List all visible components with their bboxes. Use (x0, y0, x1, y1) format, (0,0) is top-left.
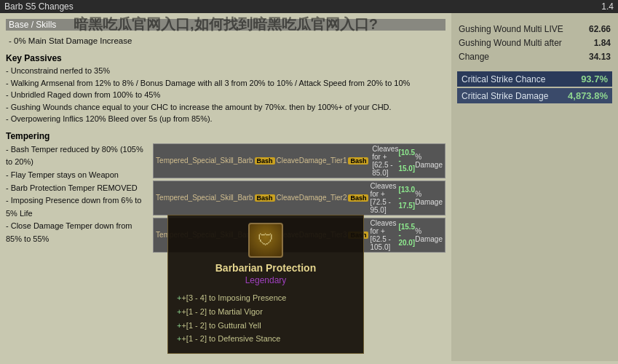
item-stat-3-text: +[1 - 2] to Defensive Stance (181, 334, 280, 343)
item-icon: 🛡 (248, 223, 283, 258)
temper-highlight-0: [10.5 - 15.0] (398, 149, 415, 173)
crit-chance-label: Critical Strike Chance (461, 74, 545, 84)
item-name: Barbarian Protection (177, 262, 354, 274)
passive-item-0: - Unconstraind nerfed to 35% (6, 65, 445, 77)
crit-damage-label: Critical Strike Damage (461, 91, 548, 101)
item-stat-1-text: +[1 - 2] to Martial Vigor (181, 307, 262, 316)
crit-chance-row: Critical Strike Chance 93.7% (457, 71, 612, 87)
tempering-item-3: - Imposing Presence down from 6% to 5% L… (6, 194, 146, 220)
tempering-header: Tempering (6, 131, 445, 141)
temper-suffix-0: % Damage (415, 153, 443, 169)
item-stat-1: ++[1 - 2] to Martial Vigor (177, 305, 354, 319)
crit-chance-value: 93.7% (581, 74, 608, 84)
temper-skill-1: Tempered_Special_Skill_Barb (156, 194, 253, 202)
base-skills-header: Base / Skills (6, 19, 445, 31)
left-panel: 暗黑吃瓜官网入口,如何找到暗黑吃瓜官网入口? Base / Skills - 0… (0, 13, 451, 361)
temper-skill-0: Tempered_Special_Skill_Barb (156, 157, 253, 165)
temper-suffix-1: % Damage (415, 190, 443, 206)
change-value: 34.13 (589, 52, 611, 62)
tempering-item-1: - Flay Temper stays on Weapon (6, 169, 146, 182)
change-label: Change (459, 52, 489, 62)
item-stat-0: ++[3 - 4] to Imposing Presence (177, 291, 354, 305)
item-stat-3: ++[1 - 2] to Defensive Stance (177, 332, 354, 346)
title: Barb S5 Changes (4, 1, 74, 12)
gushing-live-value: 62.66 (589, 24, 611, 34)
live-stats: Gushing Wound Multi LIVE 62.66 Gushing W… (457, 23, 612, 63)
temper-badge-1a: Bash (255, 194, 275, 202)
gushing-live-label: Gushing Wound Multi LIVE (459, 24, 563, 34)
gushing-after-row: Gushing Wound Multi after 1.84 (457, 37, 612, 49)
gushing-live-row: Gushing Wound Multi LIVE 62.66 (457, 23, 612, 35)
item-stat-2-text: +[1 - 2] to Guttural Yell (181, 321, 261, 330)
temper-bar-0: Tempered_Special_Skill_Barb Bash CleaveD… (153, 143, 445, 178)
right-panel: Gushing Wound Multi LIVE 62.66 Gushing W… (451, 13, 618, 361)
change-row: Change 34.13 (457, 51, 612, 63)
passives-list: - Unconstraind nerfed to 35% - Walking A… (6, 65, 445, 125)
temper-highlight-2: [15.5 - 20.0] (398, 223, 415, 247)
passive-item-3: - Gushing Wounds chance equal to your CH… (6, 101, 445, 114)
temper-badge-1b: Bash (348, 194, 368, 202)
item-icon-area: 🛡 (177, 223, 354, 258)
gushing-after-label: Gushing Wound Multi after (459, 38, 562, 48)
tempering-item-2: - Barb Protection Temper REMOVED (6, 182, 146, 195)
temper-badge-0b: Bash (348, 157, 368, 165)
item-stat-2: ++[1 - 2] to Guttural Yell (177, 319, 354, 333)
crit-damage-row: Critical Strike Damage 4,873.8% (457, 88, 612, 103)
temper-cleave-text-2: Cleaves for +[62.5 - 105.0] (370, 219, 398, 251)
item-icon-glyph: 🛡 (258, 231, 274, 250)
main-content: 暗黑吃瓜官网入口,如何找到暗黑吃瓜官网入口? Base / Skills - 0… (0, 13, 618, 361)
passive-item-2: - Unbridled Raged down from 100% to 45% (6, 89, 445, 101)
item-stat-0-text: +[3 - 4] to Imposing Presence (181, 293, 286, 302)
crit-damage-value: 4,873.8% (568, 90, 608, 101)
base-item-1: - 0% Main Stat Damage Increase (9, 35, 443, 47)
temper-suffix-2: % Damage (415, 227, 443, 243)
passive-item-4: - Overpowering Inflics 120% Bleed over 5… (6, 113, 445, 125)
temper-cleave-text-0: Cleaves for +[62.5 - 85.0] (372, 145, 398, 177)
temper-mid-1: CleaveDamage_Tier2 (277, 194, 347, 202)
item-rarity: Legendary (177, 275, 354, 285)
tempering-list: - Bash Temper reduced by 80% (105% to 20… (6, 143, 146, 255)
gushing-after-value: 1.84 (594, 38, 611, 48)
tempering-item-0: - Bash Temper reduced by 80% (105% to 20… (6, 143, 146, 169)
temper-mid-0: CleaveDamage_Tier1 (277, 157, 347, 165)
key-passives-header: Key Passives (6, 53, 445, 63)
temper-badge-0a: Bash (255, 157, 275, 165)
base-skills-content: - 0% Main Stat Damage Increase (6, 33, 445, 49)
passive-item-1: - Walking Armsenal from 12% to 8% / Bonu… (6, 77, 445, 90)
temper-highlight-1: [13.0 - 17.5] (398, 186, 415, 210)
version: 1.4 (601, 1, 614, 12)
temper-bar-1: Tempered_Special_Skill_Barb Bash CleaveD… (153, 181, 445, 215)
item-stats: ++[3 - 4] to Imposing Presence ++[1 - 2]… (177, 291, 354, 346)
tempering-item-4: - Close Damage Temper down from 85% to 5… (6, 220, 146, 245)
top-bar: Barb S5 Changes 1.4 (0, 0, 618, 13)
temper-cleave-text-1: Cleaves for +[72.5 - 95.0] (370, 182, 398, 214)
item-tooltip: 🛡 Barbarian Protection Legendary ++[3 - … (167, 215, 364, 354)
stat-boxes: Critical Strike Chance 93.7% Critical St… (457, 71, 612, 103)
